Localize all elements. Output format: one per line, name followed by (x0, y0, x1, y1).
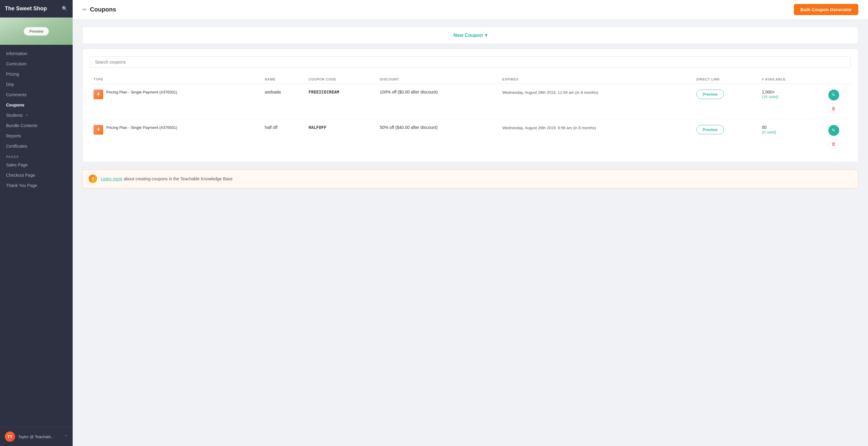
sidebar-item-label: Information (6, 51, 27, 56)
sidebar-preview-button[interactable]: Preview (24, 27, 49, 36)
type-cell: 🍦 Pricing Plan - Single Payment (#376501… (94, 125, 257, 135)
type-icon: 🍦 (94, 90, 103, 99)
sidebar-item-information[interactable]: Information (0, 49, 73, 59)
sidebar-footer-user: TT Taylor @ Teachabl... (5, 432, 54, 442)
expires-text: Wednesday, August 28th 2019, 11:59 am (i… (502, 90, 598, 95)
footer-username: Taylor @ Teachabl... (18, 435, 54, 439)
learn-more-link[interactable]: Learn more (101, 177, 123, 181)
sidebar-item-drip[interactable]: Drip (0, 79, 73, 90)
sidebar-item-curriculum[interactable]: Curriculum (0, 59, 73, 69)
search-icon[interactable]: 🔍 (62, 6, 68, 11)
table-row: 🍦 Pricing Plan - Single Payment (#376501… (90, 84, 851, 120)
info-banner-suffix: about creating coupons in the Teachable … (123, 177, 233, 181)
topbar-left: ✏ Coupons (82, 6, 116, 13)
sidebar-item-label: Reports (6, 133, 21, 138)
avatar: TT (5, 432, 15, 442)
type-icon: 🍦 (94, 125, 103, 135)
sidebar-title: The Sweet Shop (5, 5, 47, 12)
page-title: Coupons (90, 6, 116, 13)
coupon-name: asdsada (261, 84, 305, 120)
sidebar-header: The Sweet Shop 🔍 (0, 0, 73, 18)
sidebar-item-label: Pricing (6, 72, 19, 76)
info-banner: ? Learn more about creating coupons in t… (82, 169, 858, 188)
sidebar-item-students[interactable]: Students ↗ (0, 110, 73, 120)
external-link-icon: ↗ (25, 114, 28, 118)
delete-button[interactable]: 🗑 (828, 138, 839, 149)
preview-button[interactable]: Preview (696, 125, 724, 134)
available-count: 1,000+ (762, 90, 813, 94)
delete-button[interactable]: 🗑 (828, 103, 839, 114)
info-icon: ? (89, 174, 97, 183)
type-text: Pricing Plan - Single Payment (#376501) (106, 90, 177, 95)
search-input[interactable] (90, 56, 851, 68)
sidebar-item-label: Drip (6, 82, 14, 87)
main-content: ✏ Coupons Bulk Coupon Generator New Coup… (73, 0, 868, 446)
sidebar: The Sweet Shop 🔍 Preview Information Cur… (0, 0, 73, 446)
sidebar-item-coupons[interactable]: Coupons (0, 100, 73, 110)
edit-button[interactable]: ✎ (828, 125, 839, 136)
type-text: Pricing Plan - Single Payment (#376501) (106, 125, 177, 130)
col-header-coupon-code: COUPON CODE (305, 75, 376, 84)
new-coupon-bar[interactable]: New Coupon ▾ (82, 27, 858, 44)
new-coupon-label: New Coupon ▾ (453, 32, 487, 38)
sidebar-item-label: Sales Page (6, 162, 28, 167)
action-buttons: ✎ 🗑 (820, 90, 847, 114)
action-buttons: ✎ 🗑 (820, 125, 847, 149)
available-count: 50 (762, 125, 813, 130)
used-count[interactable]: (0 used) (762, 130, 813, 134)
sidebar-item-label: Coupons (6, 103, 25, 107)
bulk-coupon-generator-button[interactable]: Bulk Coupon Generator (794, 4, 858, 15)
sidebar-item-certificates[interactable]: Certificates (0, 141, 73, 151)
sidebar-item-checkout-page[interactable]: Checkout Page (0, 170, 73, 180)
discount-text: 50% off ($40.00 after discount) (380, 125, 438, 130)
topbar: ✏ Coupons Bulk Coupon Generator (73, 0, 868, 19)
preview-button[interactable]: Preview (696, 90, 724, 99)
sidebar-item-sales-page[interactable]: Sales Page (0, 160, 73, 170)
discount-text: 100% off ($0.00 after discount) (380, 90, 438, 94)
sidebar-item-thank-you-page[interactable]: Thank You Page (0, 180, 73, 191)
chevron-down-icon: ▾ (485, 32, 487, 38)
table-row: 🍦 Pricing Plan - Single Payment (#376501… (90, 120, 851, 155)
sidebar-item-label: Curriculum (6, 61, 27, 66)
sidebar-item-label: Thank You Page (6, 183, 37, 188)
col-header-type: TYPE (90, 75, 261, 84)
expires-text: Wednesday, August 28th 2019, 9:56 am (in… (502, 126, 596, 130)
sidebar-thumbnail: Preview (0, 18, 73, 45)
col-header-direct-link: DIRECT LINK (693, 75, 758, 84)
used-count[interactable]: (16 used) (762, 94, 813, 99)
coupon-name: half off (261, 120, 305, 155)
sidebar-item-label: Students (6, 113, 23, 118)
edit-button[interactable]: ✎ (828, 90, 839, 100)
sidebar-footer: TT Taylor @ Teachabl... ⌃ (0, 427, 73, 446)
col-header-discount: DISCOUNT (376, 75, 499, 84)
sidebar-item-pricing[interactable]: Pricing (0, 69, 73, 79)
coupons-card: TYPE NAME COUPON CODE DISCOUNT EXPIRES D… (82, 49, 858, 162)
coupon-code: HALFOFF (309, 125, 327, 130)
col-header-expires: EXPIRES (499, 75, 693, 84)
sidebar-item-label: Checkout Page (6, 173, 35, 178)
sidebar-item-bundle-contents[interactable]: Bundle Contents (0, 120, 73, 131)
chevron-up-icon[interactable]: ⌃ (64, 434, 68, 439)
sidebar-item-label: Certificates (6, 144, 27, 149)
col-header-actions (816, 75, 851, 84)
content-area: New Coupon ▾ TYPE NAME COUPON CODE DISCO… (73, 19, 868, 446)
coupon-code: FREEICECREAM (309, 90, 339, 94)
sidebar-item-reports[interactable]: Reports (0, 131, 73, 141)
info-banner-text: Learn more about creating coupons in the… (101, 177, 233, 181)
col-header-available: # AVAILABLE (758, 75, 816, 84)
sidebar-item-comments[interactable]: Comments (0, 90, 73, 100)
col-header-name: NAME (261, 75, 305, 84)
available-cell: 50 (0 used) (762, 125, 813, 134)
coupons-table: TYPE NAME COUPON CODE DISCOUNT EXPIRES D… (90, 75, 851, 155)
sidebar-item-label: Bundle Contents (6, 123, 37, 128)
new-coupon-text: New Coupon (453, 33, 483, 38)
pages-section-label: PAGES (0, 151, 73, 160)
sidebar-nav: Information Curriculum Pricing Drip Comm… (0, 45, 73, 427)
tag-icon: ✏ (82, 6, 87, 13)
type-cell: 🍦 Pricing Plan - Single Payment (#376501… (94, 90, 257, 99)
sidebar-item-label: Comments (6, 92, 27, 97)
available-cell: 1,000+ (16 used) (762, 90, 813, 99)
